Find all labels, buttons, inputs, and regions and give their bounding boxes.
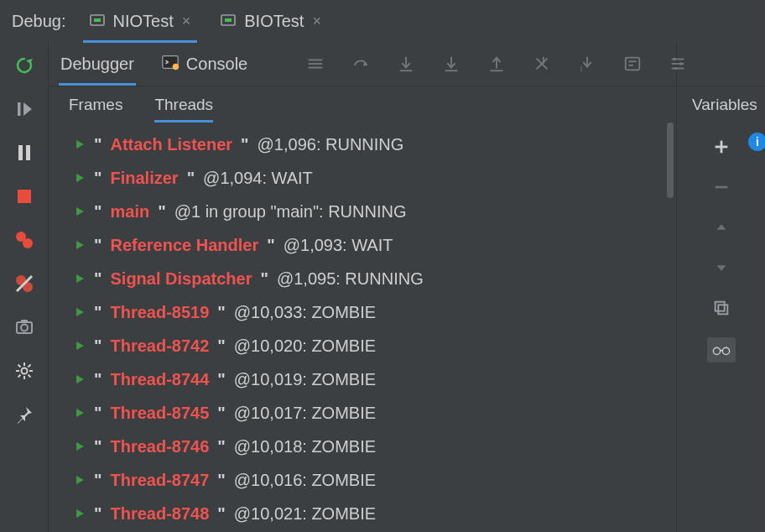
expand-icon[interactable] (74, 508, 86, 519)
debug-top-bar: Debug: NIOTest × BIOTest × (0, 0, 765, 42)
quote: " (94, 303, 101, 322)
thread-row[interactable]: "Thread-8744"@10,019: ZOMBIE (74, 362, 664, 396)
quote: " (217, 303, 225, 322)
frames-threads-tabs: Frames Threads (49, 86, 676, 123)
svg-rect-5 (18, 145, 23, 160)
run-config-label: BIOTest (244, 12, 304, 31)
move-up-icon[interactable] (710, 216, 732, 238)
tab-frames[interactable]: Frames (69, 86, 122, 123)
thread-status: @1,096: RUNNING (258, 135, 404, 154)
info-icon[interactable]: i (748, 133, 765, 151)
scrollbar-thumb[interactable] (667, 123, 674, 198)
close-icon[interactable]: × (182, 13, 191, 30)
close-icon[interactable]: × (312, 13, 321, 30)
step-out-icon[interactable] (486, 53, 507, 75)
remove-watch-button[interactable] (710, 176, 732, 198)
new-watch-button[interactable] (710, 136, 732, 158)
resume-button[interactable] (13, 97, 36, 121)
svg-line-21 (18, 365, 20, 368)
show-execution-point-icon[interactable] (304, 53, 326, 75)
thread-status: @10,016: ZOMBIE (234, 471, 376, 490)
quote: " (94, 437, 101, 456)
thread-row[interactable]: "Thread-8519"@10,033: ZOMBIE (74, 295, 664, 329)
drop-frame-icon[interactable] (531, 53, 553, 75)
expand-icon[interactable] (74, 441, 86, 452)
threads-list[interactable]: "Attach Listener"@1,096: RUNNING"Finaliz… (49, 123, 664, 532)
pin-button[interactable] (13, 403, 36, 426)
expand-icon[interactable] (74, 340, 86, 352)
quote: " (94, 336, 101, 356)
svg-point-53 (713, 347, 720, 354)
force-step-into-icon[interactable] (440, 53, 462, 75)
thread-row[interactable]: "Finalizer"@1,094: WAIT (74, 161, 664, 195)
duplicate-watch-icon[interactable] (710, 297, 732, 319)
tab-label: Console (186, 55, 247, 74)
tool-tabs: Debugger Console I (49, 42, 676, 86)
view-breakpoints-button[interactable] (13, 228, 36, 252)
expand-icon[interactable] (74, 474, 86, 486)
expand-icon[interactable] (74, 239, 86, 251)
thread-dump-button[interactable] (13, 316, 36, 339)
thread-name: main (110, 202, 149, 222)
thread-row[interactable]: "Signal Dispatcher"@1,095: RUNNING (74, 262, 664, 295)
tab-console[interactable]: Console (159, 42, 249, 86)
step-into-icon[interactable] (395, 53, 417, 75)
thread-name: Signal Dispatcher (110, 269, 252, 289)
run-config-label: NIOTest (113, 12, 174, 31)
thread-status: @1,093: WAIT (284, 236, 393, 255)
expand-icon[interactable] (74, 306, 86, 318)
tab-threads[interactable]: Threads (154, 86, 213, 123)
quote: " (94, 202, 101, 222)
expand-icon[interactable] (74, 206, 86, 217)
svg-rect-15 (21, 320, 28, 322)
thread-row[interactable]: "Reference Handler"@1,093: WAIT (74, 228, 664, 262)
svg-rect-7 (18, 190, 31, 203)
variables-label[interactable]: Variables (677, 86, 765, 123)
quote: " (187, 169, 195, 188)
step-over-icon[interactable] (350, 53, 372, 75)
thread-status: @1 in group "main": RUNNING (174, 202, 407, 222)
svg-rect-51 (715, 302, 724, 311)
thread-name: Thread-8745 (110, 404, 209, 423)
expand-icon[interactable] (74, 172, 86, 184)
run-config-tab-niotest[interactable]: NIOTest × (83, 0, 198, 42)
thread-row[interactable]: "Attach Listener"@1,096: RUNNING (74, 128, 664, 161)
move-down-icon[interactable] (710, 257, 732, 279)
show-watches-icon[interactable] (707, 337, 736, 362)
pause-button[interactable] (13, 141, 36, 164)
rerun-button[interactable] (13, 54, 36, 77)
expand-icon[interactable] (74, 373, 86, 385)
thread-row[interactable]: "Thread-8748"@10,021: ZOMBIE (74, 497, 664, 530)
quote: " (217, 437, 225, 456)
thread-status: @10,021: ZOMBIE (234, 504, 376, 524)
thread-status: @1,095: RUNNING (277, 269, 424, 289)
run-to-cursor-icon[interactable]: I (576, 53, 598, 75)
expand-icon[interactable] (74, 138, 86, 150)
tab-debugger[interactable]: Debugger (59, 42, 136, 86)
run-config-tab-biotest[interactable]: BIOTest × (214, 0, 328, 42)
svg-rect-1 (94, 18, 101, 22)
thread-row[interactable]: "main"@1 in group "main": RUNNING (74, 195, 664, 228)
thread-row[interactable]: "Thread-8746"@10,018: ZOMBIE (74, 430, 664, 463)
settings-button[interactable] (13, 359, 36, 383)
thread-row[interactable]: "Thread-8747"@10,016: ZOMBIE (74, 463, 664, 497)
expand-icon[interactable] (74, 407, 86, 419)
debug-toolbar (0, 42, 49, 532)
thread-row[interactable]: "Thread-8745"@10,017: ZOMBIE (74, 396, 664, 430)
svg-line-24 (28, 365, 30, 368)
quote: " (94, 135, 101, 154)
mute-breakpoints-button[interactable] (13, 272, 36, 295)
stop-button[interactable] (13, 185, 36, 208)
svg-rect-39 (626, 58, 640, 70)
expand-icon[interactable] (74, 273, 86, 284)
quote: " (158, 202, 165, 222)
quote: " (217, 336, 225, 356)
quote: " (217, 370, 225, 389)
trace-current-stream-chain-icon[interactable] (667, 53, 689, 75)
thread-row[interactable]: "Thread-8742"@10,020: ZOMBIE (74, 329, 664, 362)
svg-point-54 (722, 347, 729, 354)
run-config-icon (221, 13, 236, 29)
svg-point-46 (679, 62, 683, 65)
evaluate-expression-icon[interactable] (622, 53, 643, 75)
scrollbar[interactable] (664, 123, 676, 532)
